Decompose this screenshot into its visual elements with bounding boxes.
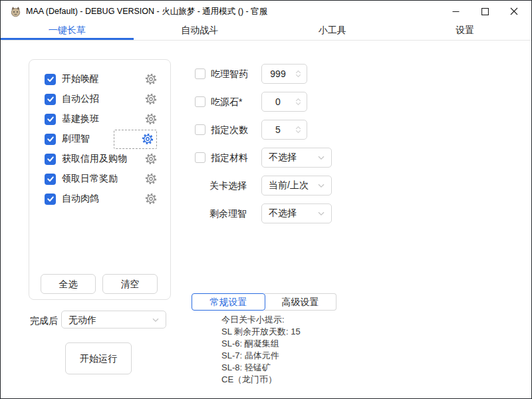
- window-title: MAA (Default) - DEBUG VERSION - 火山旅梦 - 通…: [26, 1, 267, 22]
- row-stone: 吃源石* 0: [195, 92, 334, 112]
- window-controls: [441, 1, 529, 21]
- medicine-label: 吃理智药: [211, 64, 248, 84]
- gear-icon[interactable]: [145, 93, 157, 105]
- after-completion-label: 完成后: [30, 315, 58, 327]
- tip-line: SL-6: 酮凝集组: [221, 338, 301, 350]
- minimize-icon: [452, 8, 460, 15]
- close-icon: [510, 7, 518, 15]
- task-row-credit: 获取信用及购物: [29, 149, 170, 169]
- checkbox-credit[interactable]: [45, 154, 56, 165]
- task-label: 自动公招: [62, 93, 99, 105]
- row-stage: 关卡选择 当前/上次: [195, 176, 334, 196]
- task-row-wakeup: 开始唤醒: [29, 69, 170, 89]
- tab-settings[interactable]: 设置: [399, 22, 532, 40]
- gear-icon[interactable]: [145, 173, 157, 185]
- medicine-value: 999: [262, 65, 294, 83]
- times-input[interactable]: 5: [261, 120, 307, 140]
- tip-line: CE（龙门币）: [221, 374, 301, 386]
- checkbox-fight[interactable]: [45, 134, 56, 145]
- tab-farming[interactable]: 一键长草: [1, 22, 134, 40]
- checkbox-wakeup[interactable]: [45, 74, 56, 85]
- material-select[interactable]: 不选择: [261, 148, 332, 168]
- row-medicine: 吃理智药 999: [195, 64, 334, 84]
- tip-line: SL-7: 晶体元件: [221, 350, 301, 362]
- checkbox-times[interactable]: [195, 124, 205, 135]
- stone-input[interactable]: 0: [261, 92, 307, 112]
- after-completion-value: 无动作: [68, 311, 96, 329]
- minimize-button[interactable]: [441, 1, 470, 21]
- maximize-icon: [481, 8, 489, 15]
- tip-line: SL-8: 轻锰矿: [221, 362, 301, 374]
- task-label: 刷理智: [62, 133, 90, 145]
- task-row-base: 基建换班: [29, 109, 170, 129]
- checkbox-base[interactable]: [45, 114, 56, 125]
- row-times: 指定次数 5: [195, 120, 334, 140]
- tab-auto-battle[interactable]: 自动战斗: [134, 22, 267, 40]
- material-label: 指定材料: [211, 148, 248, 168]
- chevron-down-icon: [316, 208, 327, 219]
- material-value: 不选择: [269, 148, 297, 166]
- remaining-sanity-value: 不选择: [269, 204, 297, 221]
- tab-tools[interactable]: 小工具: [266, 22, 399, 40]
- tip-line: SL 剩余开放天数: 15: [221, 326, 301, 338]
- gear-icon[interactable]: [145, 193, 157, 205]
- task-row-recruit: 自动公招: [29, 89, 170, 109]
- select-all-button[interactable]: 全选: [41, 274, 96, 294]
- app-icon: [10, 6, 21, 17]
- medicine-input[interactable]: 999: [261, 64, 307, 84]
- gear-icon[interactable]: [145, 73, 157, 85]
- tab-general-settings[interactable]: 常规设置: [192, 293, 265, 311]
- times-value: 5: [262, 120, 294, 139]
- tab-advanced-settings[interactable]: 高级设置: [265, 293, 336, 311]
- stage-label: 关卡选择: [209, 176, 247, 196]
- chevron-down-icon: [316, 180, 327, 191]
- gear-icon[interactable]: [145, 153, 157, 165]
- task-row-rewards: 领取日常奖励: [29, 169, 170, 189]
- task-label: 获取信用及购物: [62, 153, 127, 165]
- checkbox-medicine[interactable]: [195, 68, 205, 79]
- task-row-fight: 刷理智: [29, 129, 170, 149]
- task-label: 领取日常奖励: [62, 173, 118, 185]
- checkbox-recruit[interactable]: [45, 94, 56, 105]
- row-material: 指定材料 不选择: [195, 148, 334, 168]
- stone-value: 0: [262, 92, 294, 111]
- chevron-down-icon: [150, 315, 161, 325]
- tip-line: 今日关卡小提示:: [221, 314, 301, 326]
- gear-icon-active[interactable]: [142, 133, 154, 145]
- close-button[interactable]: [499, 1, 529, 21]
- task-label: 自动肉鸽: [62, 193, 99, 205]
- gear-icon[interactable]: [145, 113, 157, 125]
- titlebar: MAA (Default) - DEBUG VERSION - 火山旅梦 - 通…: [1, 1, 531, 22]
- nav-tabbar: 一键长草 自动战斗 小工具 设置: [1, 22, 531, 41]
- row-remaining-sanity: 剩余理智 不选择: [195, 203, 334, 223]
- checkbox-roguelike[interactable]: [45, 194, 56, 205]
- maximize-button[interactable]: [470, 1, 499, 21]
- number-spinner-icon[interactable]: [293, 124, 303, 135]
- remaining-sanity-label: 剩余理智: [209, 203, 247, 223]
- stone-label: 吃源石*: [211, 92, 242, 112]
- after-completion-select[interactable]: 无动作: [61, 311, 166, 329]
- chevron-down-icon: [316, 152, 327, 163]
- times-label: 指定次数: [211, 120, 248, 140]
- gear-focus-outline: [114, 130, 157, 149]
- stage-select[interactable]: 当前/上次: [261, 176, 332, 196]
- task-row-roguelike: 自动肉鸽: [29, 189, 170, 209]
- app-window: MAA (Default) - DEBUG VERSION - 火山旅梦 - 通…: [0, 0, 532, 399]
- stage-value: 当前/上次: [269, 176, 309, 194]
- task-list-card: 开始唤醒 自动公招 基建换班 刷理智: [29, 59, 171, 300]
- remaining-sanity-select[interactable]: 不选择: [261, 203, 332, 223]
- task-label: 基建换班: [62, 113, 99, 125]
- number-spinner-icon[interactable]: [293, 96, 303, 107]
- checkbox-stone[interactable]: [195, 96, 205, 107]
- start-run-button[interactable]: 开始运行: [65, 342, 132, 374]
- task-label: 开始唤醒: [62, 73, 99, 85]
- checkbox-rewards[interactable]: [45, 174, 56, 185]
- checkbox-material[interactable]: [195, 152, 205, 163]
- stage-tips: 今日关卡小提示: SL 剩余开放天数: 15 SL-6: 酮凝集组 SL-7: …: [221, 314, 301, 386]
- number-spinner-icon[interactable]: [293, 68, 303, 79]
- task-rows: 开始唤醒 自动公招 基建换班 刷理智: [29, 69, 170, 209]
- clear-button[interactable]: 清空: [102, 274, 158, 294]
